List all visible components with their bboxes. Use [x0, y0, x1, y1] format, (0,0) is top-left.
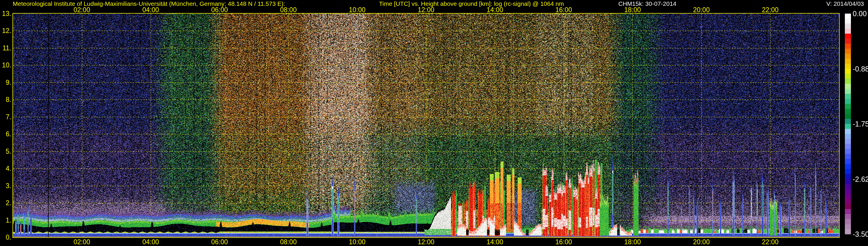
- x-tick-label-bottom: 16:00: [551, 238, 577, 246]
- colorbar-tick-label: -1.75: [852, 120, 868, 128]
- plot-title: Time [UTC] vs. Height above ground [km]:…: [379, 0, 564, 7]
- y-tick-label: 5.: [0, 148, 11, 155]
- x-tick-label-top: 08:00: [275, 6, 302, 14]
- y-tick-label: 12.: [0, 27, 11, 35]
- y-tick-label: 7.: [0, 113, 11, 121]
- x-tick-label-bottom: 08:00: [275, 238, 302, 246]
- ceilometer-quicklook-window: Meteorological Institute of Ludwig-Maxim…: [0, 0, 868, 246]
- x-tick-label-top: 12:00: [413, 6, 439, 14]
- y-tick-label: 9.: [0, 79, 11, 87]
- colorbar-tick-label: -0.88: [852, 65, 868, 73]
- x-tick-label-top: 10:00: [344, 6, 370, 14]
- x-tick-label-bottom: 20:00: [688, 238, 714, 246]
- y-tick-label: 4.: [0, 165, 11, 173]
- colorbar-tick-label: 0.00: [852, 9, 867, 18]
- x-tick-label-bottom: 18:00: [619, 238, 646, 246]
- x-tick-label-bottom: 02:00: [69, 238, 95, 246]
- x-tick-label-bottom: 14:00: [482, 238, 508, 246]
- x-tick-label-top: 14:00: [482, 6, 508, 14]
- y-tick-label: 13.: [0, 10, 11, 18]
- x-tick-label-bottom: 10:00: [344, 238, 370, 246]
- heatmap-canvas: [0, 0, 868, 246]
- x-tick-label-top: 20:00: [688, 6, 714, 14]
- x-tick-label-bottom: 06:00: [207, 238, 232, 246]
- y-tick-label: 1.: [0, 216, 11, 224]
- y-tick-label: 8.: [0, 96, 11, 103]
- x-tick-label-top: 04:00: [138, 6, 164, 14]
- y-tick-label: 10.: [0, 61, 11, 69]
- x-tick-label-top: 18:00: [619, 6, 646, 14]
- x-tick-label-bottom: 22:00: [757, 238, 783, 246]
- version-label: V: 2014/04/03: [826, 0, 864, 7]
- y-tick-label: 2.: [0, 199, 11, 207]
- colorbar-tick-label: -2.62: [852, 175, 868, 183]
- x-tick-label-top: 02:00: [69, 6, 95, 14]
- x-tick-label-top: 22:00: [757, 6, 783, 14]
- x-tick-label-top: 06:00: [207, 6, 232, 14]
- y-tick-label: 0.: [0, 234, 11, 241]
- x-tick-label-bottom: 04:00: [138, 238, 164, 246]
- y-tick-label: 3.: [0, 182, 11, 190]
- x-tick-label-bottom: 12:00: [413, 238, 439, 246]
- y-tick-label: 11.: [0, 44, 11, 52]
- colorbar-tick-label: -3.50: [852, 230, 868, 239]
- x-tick-label-top: 16:00: [551, 6, 577, 14]
- y-tick-label: 6.: [0, 130, 11, 138]
